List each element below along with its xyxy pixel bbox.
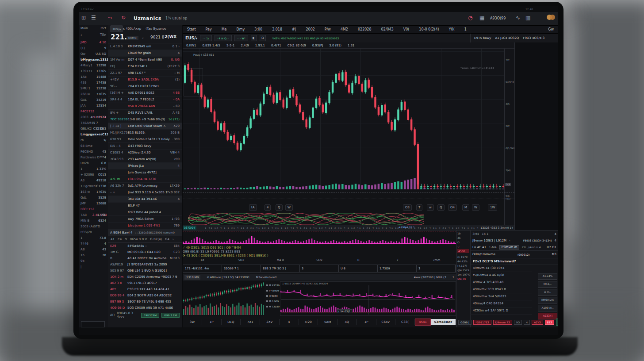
time-axis-label[interactable]: 4:20	[299, 319, 318, 325]
strip-item[interactable]: (4.127)	[456, 263, 470, 267]
watchlist-row[interactable]: JAA 12534	[79, 103, 108, 109]
watchlist-back-row[interactable]: ‹ Tile	[79, 31, 108, 40]
menubar-item[interactable]: #|	[292, 27, 296, 31]
side-button[interactable]: KM9mvm	[538, 297, 557, 303]
chart-control-chip[interactable]: w	[427, 204, 434, 211]
depth-button[interactable]: E93	[545, 320, 554, 325]
order-row[interactable]: [ .i 14 ] Last Deal 59aaf sawm 7. X29	[108, 123, 182, 130]
order-row[interactable]: +42V B13.9 + SADL 2X9A (1)	[108, 77, 182, 83]
order-row[interactable]: M1/JJ4X175 E13 BL929. 205 B	[108, 130, 182, 136]
menubar-item[interactable]: 10-0 0(2(4)	[419, 27, 439, 31]
menubar-item[interactable]: Y0(	[449, 27, 455, 31]
menubar-item[interactable]: 02/043	[381, 27, 394, 31]
symbol-label[interactable]: EUS/₄	[185, 36, 197, 40]
news-row[interactable]: E29 44%a4A4u – E84	[108, 243, 182, 249]
account-label[interactable]: A93O(99	[490, 16, 506, 20]
watchlist-row[interactable]: + 02098 C013	[79, 172, 108, 178]
order-row[interactable]: 7O43 93 293 A4mm A9(90) · 709	[108, 156, 182, 163]
chart-control-chip[interactable]: O4	[448, 204, 457, 211]
watchlist-filter-input[interactable]	[81, 321, 105, 327]
indicator-button[interactable]: ◧	[251, 35, 257, 41]
chart-control-chip[interactable]: 4	[264, 204, 271, 211]
orders-col-header[interactable]: 5O9	[300, 258, 339, 264]
time-axis-label[interactable]: C64V	[376, 319, 396, 325]
order-row[interactable]: 8% + O45 R1V3 L7A9. A 43	[108, 110, 182, 116]
watchlist-row[interactable]: 9b	[79, 258, 108, 264]
menubar-item[interactable]: Pay	[206, 27, 212, 31]
watchlist-header-right[interactable]: Pict	[100, 27, 106, 30]
news-row[interactable]: B A0 A1 B09CE Do Avmvne M.B13	[108, 255, 182, 261]
order-tool-icon[interactable]: ›	[172, 238, 174, 241]
time-axis-label[interactable]: 7X1	[241, 319, 260, 325]
order-row[interactable]: L.4:10 3 KM2M39A9 um 0.1 ›	[108, 43, 182, 50]
menubar-right[interactable]: Gw	[548, 27, 554, 31]
order-row[interactable]: Jdsu jsme L 019 4%1 769	[108, 223, 182, 229]
strip-item[interactable]: m 1979	[456, 254, 470, 258]
depth-value-box[interactable]: E9mvm m	[499, 245, 520, 250]
watchlist-row[interactable]: |	[79, 264, 108, 270]
chart-control-chip[interactable]: T	[416, 204, 422, 211]
time-axis-label[interactable]: 4541	[415, 319, 431, 326]
bottom-time-axis[interactable]: 3W1PD1Q7X12XV44:205AM4Q1PC64VC33(454153M…	[183, 317, 456, 327]
orders-list-item[interactable]: r5/B2mv4 4.46 D/68	[470, 272, 532, 279]
order-footer-tab[interactable]: A 9084 Bawl 4	[110, 231, 133, 234]
order-tool-icon[interactable]: G B2(4)	[150, 238, 162, 241]
order-row[interactable]: C1083 4 A23Ava (14,30 V9H 4	[108, 150, 182, 156]
news-row[interactable]: 1m G MO 09 E6L1 O44 B20 C23	[108, 249, 182, 255]
order-row[interactable]: – + Jawl 933 9.119 4.5x305 17 7x9 937	[108, 189, 182, 196]
news-row[interactable]: E97 99 3 19O7 E9 73 V49L 9 69E 433	[108, 299, 182, 305]
news-row[interactable]: 1O4 2 m ED4 C2O99 Avmvmw *9O03 7 91	[108, 274, 182, 280]
time-axis-label[interactable]: 4Q	[337, 319, 357, 325]
watchlist-row[interactable]: 363 w 17635	[79, 189, 108, 195]
confirm-button[interactable]: 74B3C9M	[141, 313, 159, 318]
chart-control-chip[interactable]: Q	[437, 204, 445, 211]
watchlist-row[interactable]: Psst/swiss O ***4	[79, 155, 108, 161]
watchlist-row[interactable]: F4CE75 2 BL77934	[79, 109, 108, 115]
alert-icon[interactable]: ◔	[468, 15, 472, 21]
watchlist-row[interactable]: 1Ab 15488	[79, 74, 108, 80]
chevron-down-icon[interactable]: ⌄	[142, 36, 144, 39]
order-row[interactable]: G%3 Bme 44 pated 4	[108, 209, 182, 216]
news-row[interactable]: EO9 99 4 E04 2 9O7M A95 04 A9O232	[108, 292, 182, 299]
chart-control-chip[interactable]: tA	[249, 204, 257, 211]
depth-button[interactable]: 9O	[514, 320, 522, 325]
right-tab-2[interactable]: A1 J1C4 4O32Q	[495, 36, 519, 40]
watchlist-row[interactable]: Ow U.S 5Q	[79, 51, 108, 57]
share-icon[interactable]: ⤳	[108, 15, 112, 21]
watchlist-row[interactable]: 1 1.33%	[79, 166, 108, 172]
strip-item[interactable]: 1m 197%	[456, 272, 470, 276]
timeframe-pill-1[interactable]: · ‹ 1₄	[200, 35, 211, 41]
watchlist-row[interactable]: 1 73.8	[79, 235, 108, 241]
orders-col-header[interactable]: 5O2	[222, 258, 261, 264]
order-tool-icon[interactable]: 0654 9 B.V	[130, 238, 147, 241]
grid-menu-icon[interactable]: ⊞	[81, 15, 86, 21]
strip-item[interactable]: ♡	[456, 244, 470, 248]
depth-button[interactable]: 4	[524, 320, 530, 325]
time-axis-label[interactable]: 5AM	[318, 319, 337, 325]
chart-control-chip[interactable]: O3	[403, 204, 412, 211]
orders-list-item[interactable]: 49mw/4 C40 B4334	[470, 300, 532, 307]
watchlist-row[interactable]: 1b 78	[79, 253, 108, 258]
depth-button[interactable]: A2Y3	[532, 320, 543, 325]
order-tool-icon[interactable]: 9	[125, 238, 126, 241]
order-row[interactable]: 4.9. m L94 E95A PA 7230	[108, 176, 182, 183]
buy-button[interactable]: G99 3 EM	[161, 313, 180, 318]
order-row[interactable]: Jum Guvcsa 4V7Z]	[108, 169, 182, 176]
watchlist-row[interactable]: JMD 4:10	[79, 40, 108, 46]
order-row[interactable]: E/5 – 4 G43 F903 Sevy	[108, 143, 182, 150]
order-tab-2[interactable]: (Tax Gyzanos	[146, 27, 166, 31]
orders-list-item[interactable]: 4C93m w4 3A* 59Y1 D	[470, 307, 532, 315]
time-axis-label[interactable]: 2XV	[260, 319, 280, 325]
candlestick-canvas[interactable]	[183, 49, 504, 190]
watchlist-row[interactable]: AB 43	[79, 247, 108, 253]
order-tool-icon[interactable]: 41	[111, 238, 115, 241]
watchlist-row[interactable]: JMF 12688	[79, 201, 108, 207]
watchlist-row[interactable]: 2003 4 5 E0123	[79, 115, 108, 120]
orders-col-header[interactable]: B	[339, 258, 378, 264]
main-chart[interactable]: Pway ( C33 011 *9mm B49mvmv3 41413	[183, 49, 504, 190]
right-tab-1[interactable]: E9T5 bawy	[474, 36, 491, 40]
strip-item[interactable]: 4b	[456, 235, 470, 239]
mini-candle-chart[interactable]	[183, 281, 264, 316]
watchlist-row[interactable]: 268 w 77635	[79, 92, 108, 97]
side-button[interactable]: A199 m..	[538, 305, 557, 311]
